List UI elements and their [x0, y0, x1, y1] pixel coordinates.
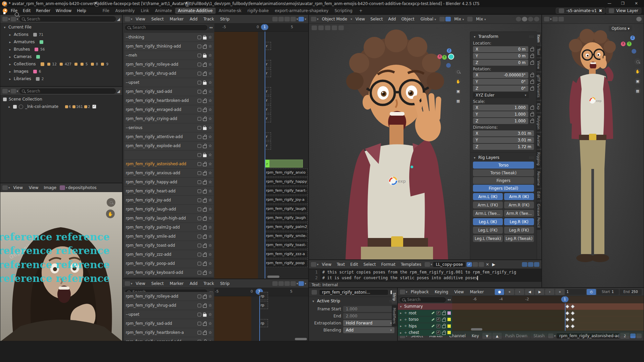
rig-layer-arm-l-ik-[interactable]: Arm.L (IK): [473, 193, 503, 200]
nla-strip-named[interactable]: rpm_fem_rigify_smile-: [265, 232, 308, 240]
channel-hips[interactable]: ▸✧hips✓: [398, 323, 452, 329]
lock-open-icon[interactable]: [203, 172, 207, 175]
expand-icon[interactable]: ▾: [399, 305, 402, 308]
select-box-icon[interactable]: [278, 281, 284, 286]
nla-track---meh[interactable]: --meh☆: [124, 51, 214, 60]
jump-to-start-icon[interactable]: «: [505, 289, 514, 295]
lock-open-icon[interactable]: [442, 312, 446, 315]
lock-open-icon[interactable]: [530, 113, 534, 116]
maximize-button[interactable]: ❐: [617, 0, 629, 7]
field-value[interactable]: 2.000: [343, 313, 394, 319]
workspace-tab-animate-additive[interactable]: Animate-Additive: [175, 8, 216, 14]
track-checkbox[interactable]: [198, 162, 201, 166]
nla-menu-view[interactable]: View: [133, 16, 148, 22]
nla-strip-named[interactable]: rpm_fem_rigify_joy-a: [265, 196, 308, 204]
unpin-icon[interactable]: ✖: [599, 8, 602, 13]
shading-material-icon[interactable]: [528, 17, 533, 21]
navigation-gizmo[interactable]: Z X Y: [437, 48, 454, 66]
menu-window[interactable]: Window: [53, 8, 74, 13]
solo-star-icon[interactable]: ☆: [208, 270, 212, 275]
lock-closed-icon[interactable]: [203, 82, 207, 85]
shading-wireframe-icon[interactable]: [516, 17, 521, 21]
ortho-grid-icon[interactable]: ▦: [455, 98, 462, 104]
track-checkbox[interactable]: [198, 253, 201, 256]
navigation-gizmo[interactable]: Z X Y: [620, 36, 638, 53]
snap-icon[interactable]: [558, 17, 564, 21]
nla-track-rpm_fem_rigify_crying-add[interactable]: rpm_fem_rigify_crying-add☆: [124, 114, 214, 123]
dopesheet-menu-marker[interactable]: Marker: [467, 289, 486, 295]
nla-track---upset[interactable]: --upset☆: [124, 78, 214, 87]
workspace-tab-scripting[interactable]: Scripting: [331, 8, 355, 14]
active-strip-panel-header[interactable]: ▾Active Strip::::: [309, 297, 397, 305]
nla-track-rpm_fem_rigify_heart-add[interactable]: rpm_fem_rigify_heart-add☆: [124, 187, 214, 195]
n-tab-grease-pencil[interactable]: Grease Pencil: [536, 201, 541, 230]
minimize-button[interactable]: —: [604, 0, 615, 7]
expand-icon[interactable]: ▸: [8, 33, 12, 37]
editor-type-icon[interactable]: [2, 185, 8, 190]
expand-icon[interactable]: ▸: [8, 77, 12, 81]
editor-type-icon[interactable]: [311, 262, 316, 267]
track-checkbox[interactable]: [198, 90, 201, 94]
photo-pan-button[interactable]: ✋: [106, 209, 115, 218]
expand-icon[interactable]: ▸: [8, 70, 12, 73]
shading-rendered-icon[interactable]: [534, 17, 539, 21]
channel-torso[interactable]: ▸✧torso✓: [398, 316, 452, 323]
nla-track-rpm_fem_rigify_thinking-add[interactable]: rpm_fem_rigify_thinking-add☆: [124, 42, 214, 51]
lock-open-icon[interactable]: [203, 181, 207, 184]
solo-star-icon[interactable]: ☆: [208, 243, 212, 247]
lock-open-icon[interactable]: [203, 236, 207, 239]
channel-checkbox[interactable]: ✓: [436, 330, 440, 335]
outliner-item-cameras[interactable]: ▸Cameras: [0, 53, 122, 60]
nla-strip[interactable]: r: [265, 105, 271, 113]
rig-layer-arm-r-twe-[interactable]: Arm.R (Twe...: [504, 210, 534, 217]
value-field[interactable]: Z0°: [473, 85, 528, 92]
image-menu-image[interactable]: Image: [41, 185, 59, 190]
solo-star-icon[interactable]: ☆: [208, 303, 212, 307]
value-field[interactable]: X0 m: [473, 46, 528, 52]
mode-dropdown[interactable]: Object Mode: [319, 16, 350, 22]
editor-type-icon[interactable]: [311, 17, 316, 21]
play-icon[interactable]: ▶: [535, 289, 544, 295]
field-value[interactable]: 1.000: [343, 306, 394, 312]
transform-panel-header[interactable]: ▾Transform::::: [473, 33, 534, 40]
nla-menu-strip[interactable]: Strip: [217, 281, 232, 286]
auto-key-record-button[interactable]: ●: [495, 289, 504, 295]
expand-icon[interactable]: ▸: [8, 48, 12, 51]
timeline-ruler[interactable]: -5051: [214, 23, 308, 32]
nla-menu-marker[interactable]: Marker: [167, 281, 186, 286]
rig-layer-fingers-detail-[interactable]: Fingers (Detail): [473, 185, 534, 192]
expand-width-icon[interactable]: ↔: [209, 25, 213, 30]
nla-track-rpm_fem_rigify_sad-add[interactable]: rpm_fem_rigify_sad-add☆: [124, 319, 214, 328]
nla-strip-named[interactable]: rpm_fem_rigify_palm2: [265, 223, 308, 231]
text-datablock-selector[interactable]: LL_copy-pose: [433, 261, 466, 267]
workspace-tab-link[interactable]: Link: [138, 8, 152, 14]
track-checkbox[interactable]: [198, 45, 201, 48]
photo-zoom-button[interactable]: [107, 198, 115, 207]
nla-track-rpm_fem_rigify_astonished-add[interactable]: rpm_fem_rigify_astonished-add☆: [124, 160, 214, 168]
lock-open-icon[interactable]: [203, 332, 207, 335]
open-folder-icon[interactable]: [479, 262, 484, 267]
solo-star-icon[interactable]: ☆: [208, 261, 212, 265]
nla-track-rpm_fem_rigify_heartbroken-add[interactable]: rpm_fem_rigify_heartbroken-add☆: [124, 96, 214, 105]
editor-type-icon[interactable]: [125, 17, 130, 21]
lock-open-icon[interactable]: [203, 163, 207, 166]
nla-strip[interactable]: rp: [259, 301, 268, 309]
nla-timeline[interactable]: -5051rrrrrrrrrrrpm_fem_rigify_anxiorpm_f…: [214, 23, 308, 279]
tree-scene-collection[interactable]: Scene Collection: [0, 96, 122, 103]
expand-icon[interactable]: ▸: [8, 62, 12, 66]
lock-open-icon[interactable]: [442, 332, 446, 335]
track-checkbox[interactable]: [198, 244, 201, 247]
shading-solid-icon[interactable]: [636, 17, 642, 21]
nla-track-rpm_fem_rigify_happy-add[interactable]: rpm_fem_rigify_happy-add☆: [124, 178, 214, 186]
tool-select-box-icon[interactable]: [318, 25, 324, 30]
current-frame-line[interactable]: [259, 296, 260, 341]
nla-track---thinking[interactable]: --thinking☆: [124, 33, 214, 42]
text-menu-view[interactable]: View: [319, 262, 334, 267]
solo-star-icon[interactable]: ☆: [208, 126, 212, 130]
lock-open-icon[interactable]: [203, 227, 207, 230]
line-numbers-toggle-icon[interactable]: [522, 262, 527, 267]
dopesheet-menu-view[interactable]: View: [451, 289, 466, 295]
overlap-icon[interactable]: [284, 281, 290, 286]
value-field[interactable]: Z0 m: [473, 60, 528, 66]
workspace-tab-assembly[interactable]: Assembly: [112, 8, 138, 14]
